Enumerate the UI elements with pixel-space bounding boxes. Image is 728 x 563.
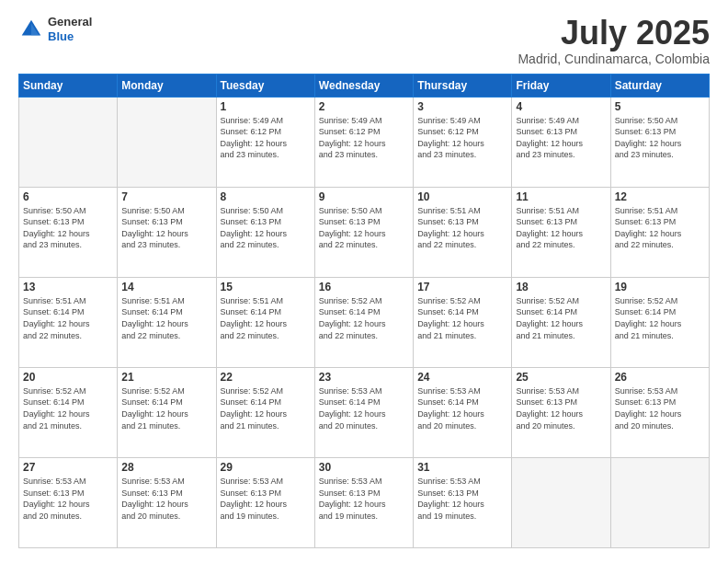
day-info: Sunrise: 5:53 AM Sunset: 6:13 PM Dayligh… <box>23 476 113 522</box>
weekday-header: Sunday <box>19 74 118 97</box>
weekday-header: Saturday <box>610 74 709 97</box>
day-number: 29 <box>221 461 311 474</box>
day-info: Sunrise: 5:49 AM Sunset: 6:12 PM Dayligh… <box>417 115 507 161</box>
calendar-table: SundayMondayTuesdayWednesdayThursdayFrid… <box>18 74 710 548</box>
day-info: Sunrise: 5:52 AM Sunset: 6:14 PM Dayligh… <box>516 295 606 341</box>
day-number: 2 <box>319 100 409 113</box>
calendar-cell: 9Sunrise: 5:50 AM Sunset: 6:13 PM Daylig… <box>314 187 413 277</box>
calendar-cell: 1Sunrise: 5:49 AM Sunset: 6:12 PM Daylig… <box>216 97 314 187</box>
day-number: 1 <box>221 100 311 113</box>
day-info: Sunrise: 5:53 AM Sunset: 6:14 PM Dayligh… <box>319 385 409 431</box>
day-number: 19 <box>615 281 705 293</box>
calendar-cell: 24Sunrise: 5:53 AM Sunset: 6:14 PM Dayli… <box>414 367 512 457</box>
day-number: 7 <box>121 190 211 203</box>
calendar-cell: 4Sunrise: 5:49 AM Sunset: 6:13 PM Daylig… <box>512 97 610 187</box>
day-info: Sunrise: 5:53 AM Sunset: 6:13 PM Dayligh… <box>516 385 606 431</box>
day-number: 13 <box>23 281 113 293</box>
day-number: 31 <box>417 461 507 474</box>
day-number: 20 <box>23 371 113 384</box>
day-info: Sunrise: 5:52 AM Sunset: 6:14 PM Dayligh… <box>319 295 409 341</box>
day-info: Sunrise: 5:53 AM Sunset: 6:13 PM Dayligh… <box>319 476 409 522</box>
calendar-cell: 14Sunrise: 5:51 AM Sunset: 6:14 PM Dayli… <box>118 277 216 367</box>
day-number: 11 <box>516 190 606 203</box>
calendar-cell: 29Sunrise: 5:53 AM Sunset: 6:13 PM Dayli… <box>216 457 314 547</box>
calendar-cell: 17Sunrise: 5:52 AM Sunset: 6:14 PM Dayli… <box>414 277 512 367</box>
day-info: Sunrise: 5:51 AM Sunset: 6:13 PM Dayligh… <box>516 205 606 251</box>
day-number: 24 <box>417 371 507 384</box>
day-info: Sunrise: 5:51 AM Sunset: 6:14 PM Dayligh… <box>23 295 113 341</box>
logo: General Blue <box>18 15 92 43</box>
day-info: Sunrise: 5:53 AM Sunset: 6:14 PM Dayligh… <box>417 385 507 431</box>
day-info: Sunrise: 5:50 AM Sunset: 6:13 PM Dayligh… <box>615 115 705 161</box>
day-number: 15 <box>221 281 311 293</box>
day-number: 25 <box>516 371 606 384</box>
day-info: Sunrise: 5:51 AM Sunset: 6:13 PM Dayligh… <box>417 205 507 251</box>
day-number: 21 <box>121 371 211 384</box>
calendar-cell: 31Sunrise: 5:53 AM Sunset: 6:13 PM Dayli… <box>414 457 512 547</box>
calendar-cell <box>118 97 216 187</box>
day-info: Sunrise: 5:50 AM Sunset: 6:13 PM Dayligh… <box>221 205 311 251</box>
calendar-cell <box>19 97 118 187</box>
weekday-header: Tuesday <box>216 74 314 97</box>
calendar-cell: 28Sunrise: 5:53 AM Sunset: 6:13 PM Dayli… <box>118 457 216 547</box>
calendar-cell: 11Sunrise: 5:51 AM Sunset: 6:13 PM Dayli… <box>512 187 610 277</box>
calendar-week-row: 13Sunrise: 5:51 AM Sunset: 6:14 PM Dayli… <box>19 277 710 367</box>
day-number: 26 <box>615 371 705 384</box>
calendar-cell: 25Sunrise: 5:53 AM Sunset: 6:13 PM Dayli… <box>512 367 610 457</box>
day-number: 4 <box>516 100 606 113</box>
day-info: Sunrise: 5:49 AM Sunset: 6:13 PM Dayligh… <box>516 115 606 161</box>
calendar-cell: 27Sunrise: 5:53 AM Sunset: 6:13 PM Dayli… <box>19 457 118 547</box>
calendar-cell: 2Sunrise: 5:49 AM Sunset: 6:12 PM Daylig… <box>314 97 413 187</box>
calendar-cell: 12Sunrise: 5:51 AM Sunset: 6:13 PM Dayli… <box>610 187 709 277</box>
weekday-header: Friday <box>512 74 610 97</box>
day-info: Sunrise: 5:52 AM Sunset: 6:14 PM Dayligh… <box>417 295 507 341</box>
day-number: 12 <box>615 190 705 203</box>
calendar-cell: 26Sunrise: 5:53 AM Sunset: 6:13 PM Dayli… <box>610 367 709 457</box>
logo-icon <box>18 17 44 42</box>
day-number: 10 <box>417 190 507 203</box>
day-info: Sunrise: 5:52 AM Sunset: 6:14 PM Dayligh… <box>121 385 211 431</box>
day-info: Sunrise: 5:50 AM Sunset: 6:13 PM Dayligh… <box>23 205 113 251</box>
calendar-cell: 10Sunrise: 5:51 AM Sunset: 6:13 PM Dayli… <box>414 187 512 277</box>
calendar-cell: 20Sunrise: 5:52 AM Sunset: 6:14 PM Dayli… <box>19 367 118 457</box>
day-info: Sunrise: 5:51 AM Sunset: 6:14 PM Dayligh… <box>221 295 311 341</box>
calendar-week-row: 1Sunrise: 5:49 AM Sunset: 6:12 PM Daylig… <box>19 97 710 187</box>
location: Madrid, Cundinamarca, Colombia <box>518 52 710 66</box>
title-area: July 2025 Madrid, Cundinamarca, Colombia <box>518 15 710 66</box>
calendar-cell: 21Sunrise: 5:52 AM Sunset: 6:14 PM Dayli… <box>118 367 216 457</box>
logo-text: General Blue <box>48 15 92 43</box>
calendar-week-row: 6Sunrise: 5:50 AM Sunset: 6:13 PM Daylig… <box>19 187 710 277</box>
weekday-header: Monday <box>118 74 216 97</box>
calendar-cell: 15Sunrise: 5:51 AM Sunset: 6:14 PM Dayli… <box>216 277 314 367</box>
calendar-week-row: 27Sunrise: 5:53 AM Sunset: 6:13 PM Dayli… <box>19 457 710 547</box>
day-number: 23 <box>319 371 409 384</box>
calendar-cell: 22Sunrise: 5:52 AM Sunset: 6:14 PM Dayli… <box>216 367 314 457</box>
day-info: Sunrise: 5:53 AM Sunset: 6:13 PM Dayligh… <box>615 385 705 431</box>
day-info: Sunrise: 5:53 AM Sunset: 6:13 PM Dayligh… <box>417 476 507 522</box>
day-info: Sunrise: 5:51 AM Sunset: 6:13 PM Dayligh… <box>615 205 705 251</box>
day-info: Sunrise: 5:53 AM Sunset: 6:13 PM Dayligh… <box>221 476 311 522</box>
page: General Blue July 2025 Madrid, Cundinama… <box>0 0 728 563</box>
calendar-cell: 6Sunrise: 5:50 AM Sunset: 6:13 PM Daylig… <box>19 187 118 277</box>
calendar-cell: 30Sunrise: 5:53 AM Sunset: 6:13 PM Dayli… <box>314 457 413 547</box>
day-number: 27 <box>23 461 113 474</box>
calendar-cell: 3Sunrise: 5:49 AM Sunset: 6:12 PM Daylig… <box>414 97 512 187</box>
day-number: 5 <box>615 100 705 113</box>
weekday-header: Wednesday <box>314 74 413 97</box>
calendar-cell: 5Sunrise: 5:50 AM Sunset: 6:13 PM Daylig… <box>610 97 709 187</box>
day-number: 6 <box>23 190 113 203</box>
day-number: 30 <box>319 461 409 474</box>
calendar-week-row: 20Sunrise: 5:52 AM Sunset: 6:14 PM Dayli… <box>19 367 710 457</box>
calendar-cell: 18Sunrise: 5:52 AM Sunset: 6:14 PM Dayli… <box>512 277 610 367</box>
day-number: 28 <box>121 461 211 474</box>
day-info: Sunrise: 5:49 AM Sunset: 6:12 PM Dayligh… <box>319 115 409 161</box>
day-number: 22 <box>221 371 311 384</box>
calendar-cell: 13Sunrise: 5:51 AM Sunset: 6:14 PM Dayli… <box>19 277 118 367</box>
day-info: Sunrise: 5:49 AM Sunset: 6:12 PM Dayligh… <box>221 115 311 161</box>
day-info: Sunrise: 5:50 AM Sunset: 6:13 PM Dayligh… <box>319 205 409 251</box>
calendar-header: SundayMondayTuesdayWednesdayThursdayFrid… <box>19 74 710 97</box>
calendar-cell: 19Sunrise: 5:52 AM Sunset: 6:14 PM Dayli… <box>610 277 709 367</box>
calendar-cell <box>610 457 709 547</box>
calendar-cell: 23Sunrise: 5:53 AM Sunset: 6:14 PM Dayli… <box>314 367 413 457</box>
header: General Blue July 2025 Madrid, Cundinama… <box>18 15 710 66</box>
